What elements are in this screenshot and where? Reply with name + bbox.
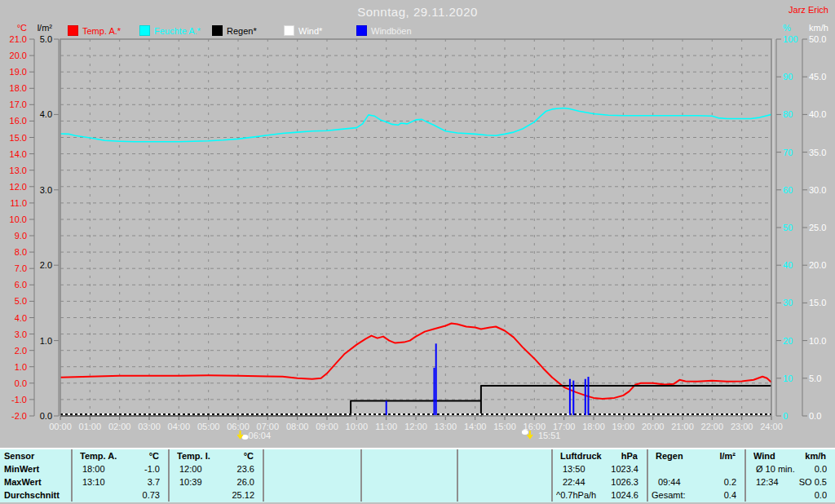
table-cell-value: 0.73 [80, 490, 160, 500]
legend-label: Feuchte A.* [154, 26, 201, 36]
axis-tick-label: 2.0 [40, 260, 52, 270]
table-cell-value: 0.0 [753, 464, 827, 474]
axis-tick-label: 40.0 [809, 109, 826, 119]
axis-tick-label: 0.0 [809, 411, 821, 421]
table-row-label: Durchschnitt [4, 490, 68, 500]
legend-item-wind[interactable]: Wind* [284, 25, 322, 36]
legend-swatch [284, 25, 294, 36]
weather-app-window: 21.020.019.018.017.016.015.014.013.012.0… [0, 0, 835, 504]
legend-item-feuchtea[interactable]: Feuchte A.* [139, 25, 201, 36]
axis-tick-label: 10.0 [10, 214, 27, 224]
x-axis-label: 13:00 [435, 422, 457, 431]
axis-tick-label: 50 [783, 223, 793, 232]
legend-swatch [212, 25, 223, 36]
x-axis-label: 06:00 [227, 422, 250, 431]
x-axis-label: 00:00 [49, 422, 72, 431]
axis-tick-label: 35.0 [809, 148, 826, 157]
table-row-label: Sensor [4, 451, 68, 461]
axis-tick-label: 60 [783, 185, 793, 195]
axis-tick-label: 7.0 [15, 263, 27, 273]
table-col-unit: °C [80, 451, 159, 461]
axis-tick-label: 4.0 [40, 109, 52, 119]
table-divider [71, 449, 73, 502]
axis-tick-label: 17.0 [10, 99, 27, 109]
legend-label: Temp. A.* [82, 26, 121, 36]
x-axis-label: 01:00 [79, 422, 102, 431]
legend-item-windben[interactable]: Windböen [356, 25, 412, 36]
axis-tick-label: 6.0 [15, 280, 27, 290]
axis-tick-label: 11.0 [10, 198, 27, 208]
table-cell-value: 0.2 [656, 477, 736, 487]
table-divider [551, 449, 553, 502]
chart-legend: Temp. A.* Feuchte A.* Regen* Wind* Windb… [0, 0, 835, 38]
table-cell-value: 1026.3 [560, 477, 638, 487]
table-cell-value: -1.0 [80, 464, 160, 474]
axis-tick-label: 15.0 [809, 298, 826, 307]
table-row-label: MinWert [4, 464, 68, 474]
x-axis-label: 24:00 [760, 422, 783, 431]
axis-tick-label: 1.0 [40, 336, 52, 346]
x-axis-label: 14:00 [464, 422, 487, 431]
axis-tick-label: 0.0 [15, 378, 27, 388]
x-axis-label: 09:00 [316, 422, 338, 431]
table-cell-value: 26.0 [177, 477, 254, 487]
table-divider [457, 449, 458, 502]
table-cell-value: 1023.4 [560, 464, 638, 474]
axis-tick-label: 16.0 [10, 116, 27, 126]
sunrise-marker-icon [238, 431, 249, 440]
x-axis-label: 08:00 [286, 422, 309, 431]
axis-tick-label: 18.0 [10, 83, 27, 93]
table-divider [744, 449, 746, 502]
table-col-unit: °C [177, 451, 254, 461]
axis-tick-label: 30.0 [809, 185, 826, 195]
axis-tick-label: 25.0 [809, 223, 826, 232]
x-axis-label: 05:00 [197, 422, 220, 431]
x-axis-label: 11:00 [375, 422, 397, 431]
table-cell-value: 1024.6 [560, 490, 638, 500]
axis-tick-label: 12.0 [10, 182, 27, 192]
table-divider [263, 449, 264, 502]
x-axis-label: 04:00 [168, 422, 191, 431]
axis-tick-label: 2.0 [15, 346, 27, 356]
x-axis-label: 20:00 [642, 422, 665, 431]
axis-tick-label: 90 [783, 72, 793, 82]
axis-tick-label: 10 [783, 374, 793, 383]
axis-tick-label: 70 [783, 148, 793, 157]
axis-tick-label: -1.0 [11, 395, 27, 405]
axis-tick-label: 20.0 [809, 260, 826, 270]
legend-item-regen[interactable]: Regen* [212, 25, 257, 36]
x-axis-label: 02:00 [108, 422, 131, 431]
axis-tick-label: 3.0 [15, 329, 27, 339]
axis-tick-label: 9.0 [15, 231, 27, 241]
axis-tick-label: 1.0 [15, 362, 27, 372]
axis-tick-label: 3.0 [40, 185, 52, 195]
table-cell-value: 0.0 [753, 490, 827, 500]
axis-tick-label: 40 [783, 260, 793, 270]
table-cell-value: 0.4 [656, 490, 736, 500]
weather-chart-canvas[interactable]: 21.020.019.018.017.016.015.014.013.012.0… [0, 0, 835, 449]
table-cell-value: SO 0.5 [753, 477, 827, 487]
legend-item-tempa[interactable]: Temp. A.* [68, 25, 121, 36]
axis-tick-label: -2.0 [11, 411, 27, 421]
axis-tick-label: 20.0 [10, 51, 27, 60]
x-axis-label: 22:00 [701, 422, 724, 431]
table-cell-value: 23.6 [177, 464, 254, 474]
sunrise-marker-time: 06:04 [249, 431, 272, 440]
x-axis-label: 10:00 [346, 422, 369, 431]
axis-tick-label: 14.0 [10, 149, 27, 159]
stats-table: SensorMinWertMaxWertDurchschnittTemp. A.… [0, 448, 835, 502]
table-cell-value: 3.7 [80, 477, 160, 487]
axis-tick-label: 19.0 [10, 67, 27, 77]
axis-tick-label: 0.0 [40, 411, 52, 421]
x-axis-label: 18:00 [582, 422, 605, 431]
table-divider [360, 449, 362, 502]
legend-swatch [139, 25, 150, 36]
axis-tick-label: 4.0 [15, 313, 27, 323]
series-windben [387, 343, 589, 415]
table-col-unit: hPa [560, 451, 638, 461]
table-col-unit: km/h [753, 451, 826, 461]
legend-swatch [356, 25, 367, 36]
table-col-unit: l/m² [656, 451, 736, 461]
axis-tick-label: 15.0 [10, 133, 27, 143]
x-axis-label: 15:00 [493, 422, 516, 431]
